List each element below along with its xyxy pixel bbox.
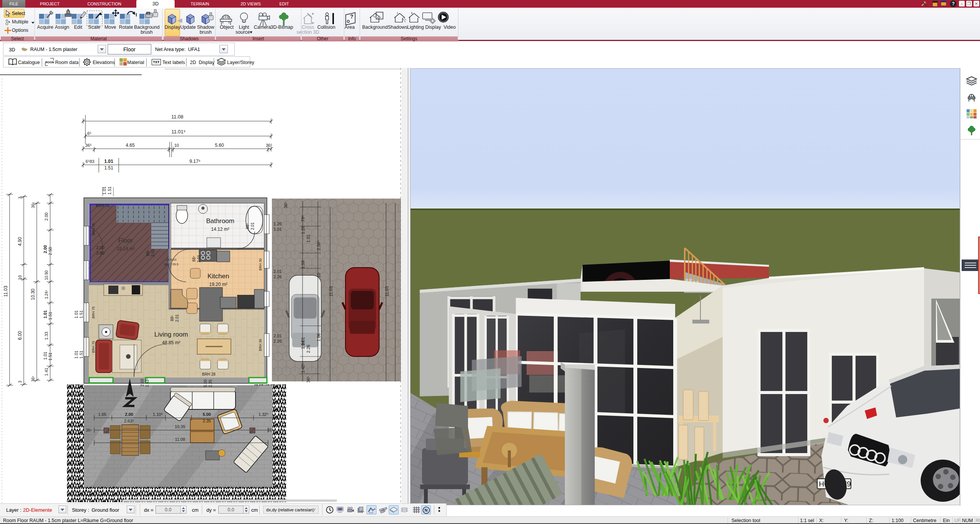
svg-text:88⁵: 88⁵: [192, 256, 196, 261]
svg-text:11.03: 11.03: [329, 286, 333, 297]
svg-text:36⁵: 36⁵: [283, 202, 288, 209]
svg-text:2.01: 2.01: [151, 249, 155, 257]
svg-text:11.08: 11.08: [171, 114, 183, 120]
svg-text:1.01: 1.01: [74, 310, 79, 318]
svg-text:?: ?: [350, 13, 353, 20]
svg-text:10: 10: [316, 273, 321, 278]
svg-text:BRH 76: BRH 76: [96, 204, 109, 208]
svg-text:1.42⁵: 1.42⁵: [301, 363, 305, 373]
svg-text:2.01: 2.01: [273, 269, 281, 274]
svg-text:BRH 75: BRH 75: [92, 306, 95, 319]
svg-text:15: 15: [147, 12, 149, 15]
svg-text:BRH 30: BRH 30: [258, 339, 262, 351]
svg-text:1.51: 1.51: [104, 165, 113, 171]
svg-text:5.00: 5.00: [203, 412, 211, 417]
svg-text:88⁵: 88⁵: [245, 223, 250, 229]
svg-text:79⁵: 79⁵: [301, 215, 305, 222]
svg-text:36⁵: 36⁵: [306, 376, 311, 383]
svg-text:BRH 30: BRH 30: [258, 258, 262, 271]
svg-text:88⁵: 88⁵: [170, 315, 174, 321]
svg-text:BRH 28: BRH 28: [202, 372, 215, 376]
svg-text:11.01⁵: 11.01⁵: [172, 129, 186, 135]
svg-text:2.26: 2.26: [273, 274, 281, 279]
svg-text:2.01: 2.01: [197, 255, 201, 263]
svg-text:5.60: 5.60: [215, 143, 224, 148]
svg-text:?: ?: [952, 1, 955, 7]
svg-text:BRH 75: BRH 75: [92, 223, 95, 235]
svg-text:1.33: 1.33: [44, 332, 49, 340]
svg-text:Floor: Floor: [118, 237, 133, 244]
svg-text:18.14 m²: 18.14 m²: [116, 246, 134, 251]
svg-text:10.90: 10.90: [44, 270, 49, 280]
svg-text:Living room: Living room: [154, 331, 188, 338]
svg-text:2.63⁵: 2.63⁵: [145, 378, 149, 387]
svg-text:1.59: 1.59: [301, 260, 305, 268]
svg-text:6⁵: 6⁵: [87, 131, 92, 136]
svg-text:88⁵: 88⁵: [146, 250, 150, 256]
svg-text:2.26: 2.26: [306, 345, 311, 353]
svg-text:1.51: 1.51: [48, 352, 52, 360]
svg-text:1.01: 1.01: [104, 159, 113, 164]
svg-text:36⁵: 36⁵: [31, 376, 35, 381]
svg-text:2.56⁵: 2.56⁵: [316, 240, 321, 250]
svg-text:6⁵83: 6⁵83: [86, 159, 95, 164]
svg-text:18.7 l 25.5: 18.7 l 25.5: [164, 263, 178, 266]
svg-text:11.03: 11.03: [384, 286, 389, 297]
svg-text:1.01: 1.01: [43, 352, 47, 360]
svg-text:1.65: 1.65: [98, 412, 106, 417]
svg-text:2.01: 2.01: [301, 337, 305, 345]
svg-text:14.12 m²: 14.12 m²: [211, 227, 229, 232]
svg-text:1.32⁵: 1.32⁵: [258, 412, 268, 417]
svg-text:1.41: 1.41: [44, 368, 49, 376]
svg-text:10.30: 10.30: [30, 289, 36, 300]
svg-text:2.01: 2.01: [250, 222, 255, 230]
svg-text:1.01: 1.01: [273, 227, 281, 232]
svg-text:1.26: 1.26: [301, 226, 305, 234]
svg-text:1.26: 1.26: [273, 222, 281, 226]
svg-text:36⁵: 36⁵: [31, 202, 35, 208]
svg-text:1.01: 1.01: [306, 234, 311, 242]
svg-text:2.00: 2.00: [96, 245, 104, 250]
svg-text:15.5/10: 15.5/10: [166, 258, 177, 261]
svg-text:2.00: 2.00: [140, 379, 144, 386]
svg-text:2.26: 2.26: [273, 339, 281, 343]
svg-text:2.01: 2.01: [175, 314, 179, 322]
svg-text:10.35: 10.35: [175, 424, 185, 429]
svg-text:Kitchen: Kitchen: [208, 273, 229, 280]
svg-text:1.06: 1.06: [316, 333, 321, 341]
svg-text:1.51: 1.51: [79, 310, 83, 318]
svg-text:4.65: 4.65: [126, 143, 135, 148]
svg-text:2.01: 2.01: [273, 333, 281, 338]
svg-text:36⁵: 36⁵: [85, 143, 92, 148]
svg-text:2.63⁵: 2.63⁵: [124, 419, 134, 423]
svg-text:2.00: 2.00: [44, 212, 49, 220]
svg-text:2.35: 2.35: [203, 419, 211, 423]
svg-text:36⁵: 36⁵: [267, 428, 273, 432]
svg-text:1.10⁵: 1.10⁵: [153, 412, 163, 417]
svg-text:3: 3: [18, 197, 22, 199]
svg-text:6.00: 6.00: [17, 331, 23, 340]
svg-text:11.08: 11.08: [175, 437, 185, 442]
svg-text:ROOM: ROOM: [45, 61, 54, 64]
svg-text:N: N: [425, 508, 428, 513]
svg-text:1.01: 1.01: [43, 310, 47, 318]
svg-text:48.85 m²: 48.85 m²: [162, 340, 180, 345]
svg-text:1.24⁵: 1.24⁵: [44, 290, 49, 299]
svg-text:3: 3: [18, 381, 22, 383]
svg-text:1.01: 1.01: [74, 350, 79, 358]
svg-text:10: 10: [18, 275, 22, 280]
svg-text:4.90: 4.90: [17, 237, 23, 246]
svg-text:5.00: 5.00: [203, 379, 208, 387]
svg-text:2.50: 2.50: [48, 247, 52, 255]
svg-text:1.51: 1.51: [107, 186, 112, 194]
svg-text:10: 10: [174, 143, 179, 148]
svg-text:36⁵: 36⁵: [86, 428, 92, 432]
svg-text:36⁵: 36⁵: [266, 143, 272, 148]
svg-text:Bathroom: Bathroom: [206, 217, 234, 225]
svg-text:2.00: 2.00: [43, 245, 47, 253]
svg-text:9.17⁵: 9.17⁵: [190, 159, 200, 164]
svg-text:BRH 75: BRH 75: [92, 341, 95, 353]
svg-text:1.51: 1.51: [48, 312, 52, 320]
svg-text:19.20 m²: 19.20 m²: [209, 282, 227, 287]
svg-text:2.35: 2.35: [208, 379, 213, 387]
